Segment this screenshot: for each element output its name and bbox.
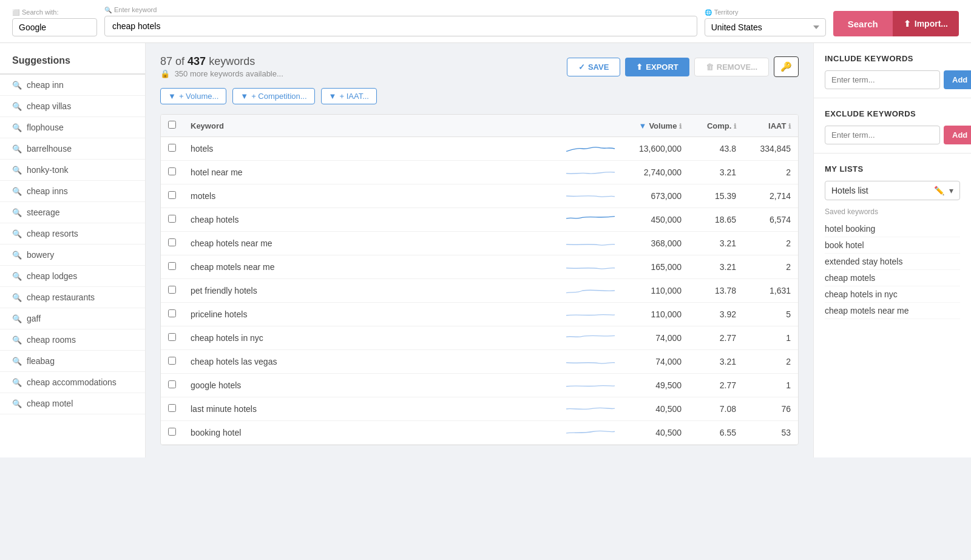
trend-cell <box>559 137 622 161</box>
include-keywords-section: INCLUDE KEYWORDS Add <box>814 43 971 98</box>
suggestion-item[interactable]: 🔍cheap villas <box>0 96 145 117</box>
suggestion-search-icon: 🔍 <box>12 166 22 175</box>
search-engine-select[interactable]: Google Bing <box>12 18 97 36</box>
suggestion-item[interactable]: 🔍steerage <box>0 202 145 223</box>
chevron-down-icon[interactable]: ▾ <box>949 186 953 195</box>
trend-cell <box>559 397 622 421</box>
include-keywords-title: INCLUDE KEYWORDS <box>825 54 960 63</box>
trend-cell <box>559 326 622 350</box>
lists-dropdown[interactable]: Hotels list ✏️ ▾ <box>825 181 960 200</box>
keyword-cell: hotels <box>183 137 559 161</box>
row-checkbox-cell[interactable] <box>161 137 183 161</box>
row-checkbox[interactable] <box>168 380 176 388</box>
row-checkbox-cell[interactable] <box>161 232 183 255</box>
suggestion-item[interactable]: 🔍fleabag <box>0 351 145 372</box>
row-checkbox-cell[interactable] <box>161 374 183 397</box>
sparkline <box>566 427 615 439</box>
suggestion-item[interactable]: 🔍barrelhouse <box>0 138 145 160</box>
suggestion-item[interactable]: 🔍cheap inn <box>0 75 145 96</box>
row-checkbox[interactable] <box>168 167 176 175</box>
row-checkbox-cell[interactable] <box>161 184 183 208</box>
search-with-label: ⬜ Search with: <box>12 8 97 16</box>
suggestion-item[interactable]: 🔍cheap restaurants <box>0 287 145 308</box>
row-checkbox[interactable] <box>168 191 176 199</box>
globe-icon: 🌐 <box>705 9 712 16</box>
row-checkbox-cell[interactable] <box>161 255 183 279</box>
row-checkbox-cell[interactable] <box>161 208 183 232</box>
suggestion-item[interactable]: 🔍honky-tonk <box>0 160 145 181</box>
keyword-cell: motels <box>183 184 559 208</box>
row-checkbox[interactable] <box>168 144 176 152</box>
comp-cell: 3.21 <box>689 232 743 255</box>
filter-competition-btn[interactable]: ▼ + Competition... <box>232 88 314 104</box>
suggestion-item[interactable]: 🔍cheap accommodations <box>0 372 145 393</box>
table-row: hotels 13,600,000 43.8 334,845 <box>161 137 798 161</box>
exclude-term-input[interactable] <box>825 126 940 144</box>
row-checkbox[interactable] <box>168 404 176 412</box>
summary-info: 87 of 437 keywords 🔒 350 more keywords a… <box>160 55 283 78</box>
select-all-checkbox[interactable] <box>168 121 176 129</box>
row-checkbox[interactable] <box>168 215 176 223</box>
suggestion-label: cheap villas <box>27 101 71 111</box>
comp-cell: 18.65 <box>689 208 743 232</box>
iaat-cell: 334,845 <box>743 137 798 161</box>
suggestion-item[interactable]: 🔍bowery <box>0 245 145 266</box>
row-checkbox[interactable] <box>168 309 176 317</box>
row-checkbox[interactable] <box>168 286 176 294</box>
suggestion-search-icon: 🔍 <box>12 229 22 238</box>
iaat-cell: 5 <box>743 303 798 326</box>
select-all-col[interactable] <box>161 115 183 137</box>
suggestion-label: cheap inns <box>27 186 68 196</box>
keyword-input[interactable] <box>104 16 697 36</box>
export-icon: ⬆ <box>636 62 643 72</box>
suggestion-item[interactable]: 🔍cheap rooms <box>0 329 145 351</box>
row-checkbox[interactable] <box>168 262 176 270</box>
row-checkbox-cell[interactable] <box>161 279 183 303</box>
comp-cell: 3.21 <box>689 350 743 374</box>
export-button[interactable]: ⬆ EXPORT <box>625 58 689 76</box>
iaat-cell: 6,574 <box>743 208 798 232</box>
exclude-add-button[interactable]: Add <box>944 126 971 144</box>
saved-keyword-item: cheap hotels in nyc <box>825 286 960 303</box>
row-checkbox-cell[interactable] <box>161 326 183 350</box>
row-checkbox[interactable] <box>168 333 176 341</box>
row-checkbox[interactable] <box>168 428 176 436</box>
remove-button[interactable]: 🗑 REMOVE... <box>694 58 769 76</box>
row-checkbox-cell[interactable] <box>161 350 183 374</box>
key-button[interactable]: 🔑 <box>774 56 799 77</box>
search-button[interactable]: Search <box>833 11 893 36</box>
suggestion-item[interactable]: 🔍cheap lodges <box>0 266 145 287</box>
filter-iaat-btn[interactable]: ▼ + IAAT... <box>321 88 377 104</box>
volume-cell: 74,000 <box>622 326 689 350</box>
row-checkbox-cell[interactable] <box>161 303 183 326</box>
suggestion-label: cheap resorts <box>27 229 78 238</box>
edit-icon[interactable]: ✏️ <box>934 186 944 195</box>
suggestion-item[interactable]: 🔍flophouse <box>0 117 145 138</box>
row-checkbox-cell[interactable] <box>161 161 183 184</box>
import-button[interactable]: ⬆ Import... <box>893 11 959 36</box>
volume-cell: 368,000 <box>622 232 689 255</box>
volume-header[interactable]: ▼Volume ℹ <box>622 115 689 137</box>
keyword-cell: cheap hotels <box>183 208 559 232</box>
save-button[interactable]: ✓ SAVE <box>567 58 620 76</box>
suggestion-item[interactable]: 🔍gaff <box>0 308 145 329</box>
filter-volume-btn[interactable]: ▼ + Volume... <box>160 88 226 104</box>
comp-cell: 13.78 <box>689 279 743 303</box>
suggestion-item[interactable]: 🔍cheap resorts <box>0 223 145 245</box>
comp-info-icon[interactable]: ℹ <box>734 123 736 130</box>
row-checkbox-cell[interactable] <box>161 397 183 421</box>
row-checkbox[interactable] <box>168 238 176 246</box>
territory-select[interactable]: United States United Kingdom Canada <box>705 18 826 36</box>
suggestion-item[interactable]: 🔍cheap motel <box>0 393 145 414</box>
suggestion-item[interactable]: 🔍cheap inns <box>0 181 145 202</box>
table-row: google hotels 49,500 2.77 1 <box>161 374 798 397</box>
saved-keyword-item: book hotel <box>825 237 960 254</box>
volume-info-icon[interactable]: ℹ <box>679 123 682 130</box>
iaat-info-icon[interactable]: ℹ <box>788 123 791 130</box>
suggestion-search-icon: 🔍 <box>12 357 22 366</box>
include-term-input[interactable] <box>825 70 940 89</box>
include-add-button[interactable]: Add <box>944 70 971 89</box>
row-checkbox-cell[interactable] <box>161 421 183 445</box>
my-lists-section: MY LISTS Hotels list ✏️ ▾ Saved keywords… <box>814 153 971 328</box>
row-checkbox[interactable] <box>168 357 176 365</box>
